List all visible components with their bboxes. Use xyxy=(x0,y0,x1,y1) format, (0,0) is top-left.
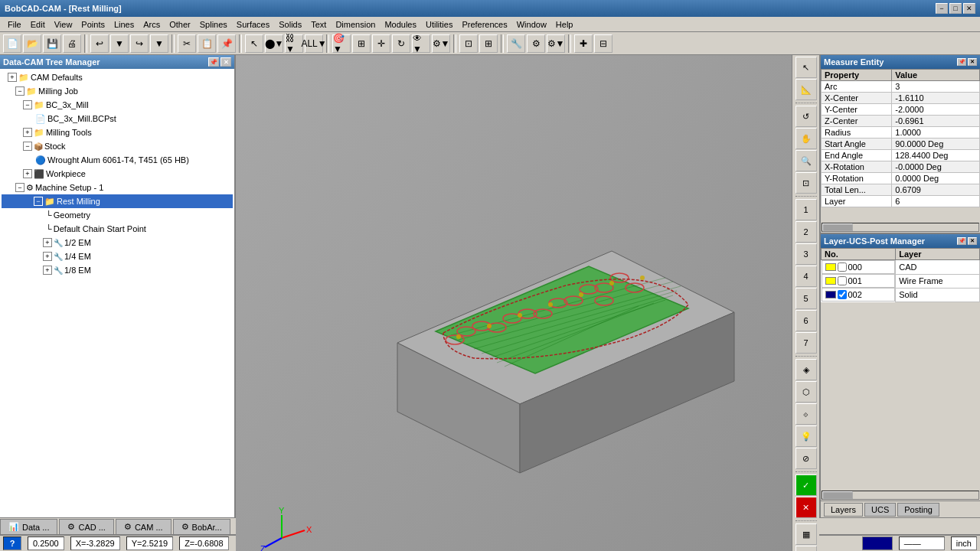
crosshair-btn[interactable]: ✛ xyxy=(372,34,390,53)
expand-half-em[interactable]: + xyxy=(43,238,52,247)
expand-quarter-em[interactable]: + xyxy=(43,252,52,261)
menu-modules[interactable]: Modules xyxy=(380,18,421,31)
measure-close-btn[interactable]: ✕ xyxy=(968,58,977,66)
layer-close-btn[interactable]: ✕ xyxy=(968,237,977,245)
menu-text[interactable]: Text xyxy=(306,18,331,31)
print-btn[interactable]: 🖨 xyxy=(63,34,81,53)
menu-view[interactable]: View xyxy=(50,18,77,31)
rt-measure-btn[interactable]: 📐 xyxy=(795,79,817,100)
maximize-btn[interactable]: □ xyxy=(949,3,962,14)
tree-item-chain-start[interactable]: └ Default Chain Start Point xyxy=(2,222,233,236)
tree-item-machine-setup[interactable]: − ⚙ Machine Setup - 1 xyxy=(2,181,233,194)
layer-check-0[interactable] xyxy=(838,262,847,272)
tree-item-bc3x[interactable]: − 📁 BC_3x_Mill xyxy=(2,98,233,112)
expand-cam-defaults[interactable]: + xyxy=(8,73,17,82)
rt-view4-btn[interactable]: 4 xyxy=(795,266,817,287)
viewport-3d[interactable]: X Y Z xyxy=(236,55,792,551)
tree-item-eighth-em[interactable]: + 🔧 1/8 EM xyxy=(2,263,233,277)
save-btn[interactable]: 💾 xyxy=(43,34,61,53)
rt-cancel-btn[interactable]: ✕ xyxy=(795,497,817,518)
expand-bc3x[interactable]: − xyxy=(23,100,32,109)
cut-btn[interactable]: ✂ xyxy=(178,34,196,53)
tool4-btn[interactable]: ⊟ xyxy=(594,34,612,53)
menu-preferences[interactable]: Preferences xyxy=(457,18,511,31)
close-btn[interactable]: ✕ xyxy=(963,3,975,14)
tree-pin-btn[interactable]: 📌 xyxy=(208,57,219,67)
layer-check-1[interactable] xyxy=(838,276,847,285)
select-btn[interactable]: ↖ xyxy=(245,34,263,53)
tree-item-geometry[interactable]: └ Geometry xyxy=(2,208,233,222)
layer-hscrollbar[interactable] xyxy=(822,491,979,500)
rt-wire-btn[interactable]: ⬡ xyxy=(795,381,817,403)
tab-data[interactable]: 📊 Data ... xyxy=(0,519,57,534)
measure-hscrollbar[interactable] xyxy=(822,223,979,232)
rt-light-btn[interactable]: 💡 xyxy=(795,425,817,447)
fit2-btn[interactable]: ⊞ xyxy=(479,34,498,53)
expand-workpiece[interactable]: + xyxy=(23,169,32,178)
undo-btn[interactable]: ↩ xyxy=(90,34,109,53)
layer-row-2[interactable]: 002Solid xyxy=(822,288,980,302)
menu-lines[interactable]: Lines xyxy=(109,18,139,31)
view2-drop-btn[interactable]: ⚙▼ xyxy=(432,34,450,53)
menu-surfaces[interactable]: Surfaces xyxy=(232,18,274,31)
menu-splines[interactable]: Splines xyxy=(195,18,232,31)
tab-cam[interactable]: ⚙ CAM ... xyxy=(116,519,172,534)
tool2-btn[interactable]: ⚙ xyxy=(527,34,545,53)
refresh-btn[interactable]: ↻ xyxy=(392,34,410,53)
rt-persp-btn[interactable]: ⟐ xyxy=(795,403,817,425)
tree-item-bcpst[interactable]: 📄 BC_3x_Mill.BCPst xyxy=(2,112,233,126)
rt-view5-btn[interactable]: 5 xyxy=(795,288,817,309)
snap-btn[interactable]: 🎯▼ xyxy=(332,34,351,53)
menu-file[interactable]: File xyxy=(3,18,26,31)
menu-help[interactable]: Help xyxy=(551,18,578,31)
expand-machine-setup[interactable]: − xyxy=(15,183,24,192)
rt-view1-btn[interactable]: 1 xyxy=(795,199,817,220)
rt-fit-btn[interactable]: ⊡ xyxy=(795,172,817,194)
paste-btn[interactable]: 📌 xyxy=(217,34,236,53)
posting-tab[interactable]: Posting xyxy=(897,503,939,517)
measure-pin-btn[interactable]: 📌 xyxy=(957,58,966,66)
all-btn[interactable]: ALL▼ xyxy=(305,34,323,53)
layer-hscroll-thumb[interactable] xyxy=(822,491,853,499)
tree-item-rest-milling[interactable]: − 📁 Rest Milling xyxy=(2,194,233,208)
expand-milling-job[interactable]: − xyxy=(15,86,24,96)
rt-shading-btn[interactable]: ◈ xyxy=(795,359,817,380)
menu-other[interactable]: Other xyxy=(165,18,195,31)
layer-check-2[interactable] xyxy=(838,290,847,299)
menu-arcs[interactable]: Arcs xyxy=(139,18,165,31)
new-btn[interactable]: 📄 xyxy=(3,34,21,53)
rt-view3-btn[interactable]: 3 xyxy=(795,243,817,265)
minimize-btn[interactable]: − xyxy=(936,3,948,14)
redo-btn[interactable]: ↪ xyxy=(130,34,149,53)
copy-btn[interactable]: 📋 xyxy=(198,34,216,53)
tree-item-milling-tools[interactable]: + 📁 Milling Tools xyxy=(2,126,233,139)
menu-points[interactable]: Points xyxy=(77,18,109,31)
menu-utilities[interactable]: Utilities xyxy=(421,18,457,31)
fit-btn[interactable]: ⊡ xyxy=(459,34,478,53)
tree-item-stock[interactable]: − 📦 Stock xyxy=(2,139,233,153)
tree-item-milling-job[interactable]: − 📁 Milling Job xyxy=(2,84,233,98)
open-btn[interactable]: 📂 xyxy=(23,34,41,53)
rt-section-btn[interactable]: ⊘ xyxy=(795,448,817,469)
view-drop-btn[interactable]: 👁▼ xyxy=(412,34,430,53)
expand-stock[interactable]: − xyxy=(23,142,32,151)
rt-select-btn[interactable]: ↖ xyxy=(795,57,817,78)
menu-window[interactable]: Window xyxy=(512,18,551,31)
layer-pin-btn[interactable]: 📌 xyxy=(957,237,966,245)
tab-cad[interactable]: ⚙ CAD ... xyxy=(59,519,113,534)
redo-drop-btn[interactable]: ▼ xyxy=(150,34,168,53)
rt-ok-btn[interactable]: ✓ xyxy=(795,474,817,496)
tab-bobar[interactable]: ⚙ BobAr... xyxy=(173,519,230,534)
measure-hscroll-thumb[interactable] xyxy=(822,223,853,231)
grid-btn[interactable]: ⊞ xyxy=(352,34,371,53)
tree-item-alum[interactable]: 🔵 Wrought Alum 6061-T4, T451 (65 HB) xyxy=(2,153,233,167)
tool1-btn[interactable]: 🔧 xyxy=(507,34,525,53)
chain-btn[interactable]: ⛓▼ xyxy=(285,34,303,53)
circle-drop-btn[interactable]: ⬤▼ xyxy=(265,34,283,53)
tree-close-btn[interactable]: ✕ xyxy=(220,57,231,67)
layer-row-1[interactable]: 001Wire Frame xyxy=(822,274,980,288)
tree-item-quarter-em[interactable]: + 🔧 1/4 EM xyxy=(2,249,233,263)
rt-misc2-btn[interactable]: ⊞ xyxy=(795,546,817,551)
menu-dimension[interactable]: Dimension xyxy=(331,18,380,31)
menu-solids[interactable]: Solids xyxy=(274,18,306,31)
